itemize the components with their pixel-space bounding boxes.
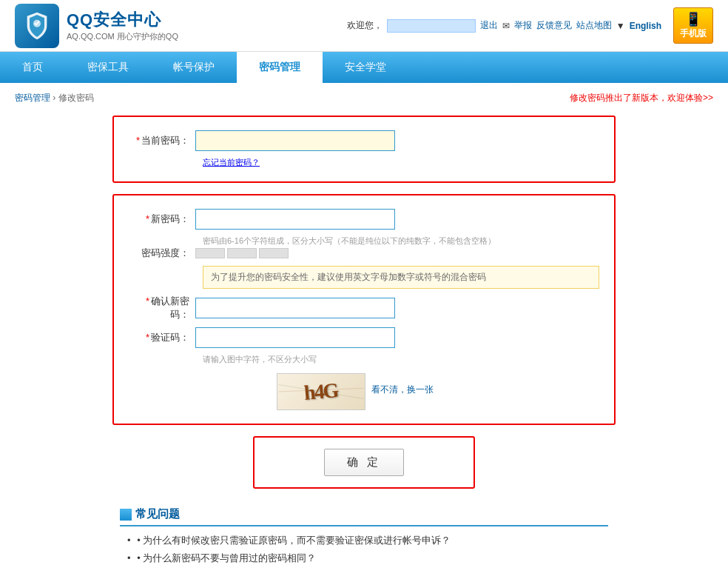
phone-icon: 📱 — [685, 11, 701, 27]
new-password-hint: 密码由6-16个字符组成，区分大小写（不能是纯位以下的纯数字，不能包含空格） — [203, 235, 599, 247]
svg-line-2 — [278, 384, 363, 398]
main-content: 密码管理 › 修改密码 修改密码推出了新版本，欢迎体验>> *当前密码： 忘记当… — [0, 83, 728, 582]
required-marker-4: * — [146, 332, 149, 343]
bullet-icon-2: • — [137, 552, 141, 563]
nav-item-password-management[interactable]: 密码管理 — [237, 52, 323, 83]
submit-button[interactable]: 确 定 — [324, 449, 404, 476]
bullet-icon: • — [137, 535, 141, 546]
svg-line-1 — [278, 388, 363, 392]
logo-shield-icon — [15, 4, 59, 48]
new-password-section: *新密码： 密码由6-16个字符组成，区分大小写（不能是纯位以下的纯数字，不能包… — [112, 194, 616, 425]
nav-item-security-academy[interactable]: 安全学堂 — [323, 52, 408, 83]
breadcrumb-promo-link[interactable]: 修改密码推出了新版本，欢迎体验>> — [570, 93, 713, 103]
captcha-image[interactable]: h4G — [277, 373, 365, 410]
breadcrumb-parent[interactable]: 密码管理 — [15, 93, 50, 103]
required-marker: * — [136, 135, 140, 146]
password-strength-row: 密码强度： — [129, 247, 599, 260]
mobile-version-label: 手机版 — [680, 27, 707, 40]
faq-item-text-1: 为什么有时候改密只需验证原密码，而不需要验证密保或进行帐号申诉？ — [143, 535, 451, 546]
required-marker-2: * — [146, 213, 149, 224]
captcha-refresh-link[interactable]: 看不清，换一张 — [371, 384, 434, 396]
header-right: 欢迎您， 退出 ✉ 举报 反馈意见 站点地图 ▼ English 📱 手机版 — [347, 7, 713, 44]
breadcrumb-current: 修改密码 — [58, 93, 94, 103]
nav-item-account-protection[interactable]: 帐号保护 — [151, 52, 237, 83]
username-bar — [387, 19, 476, 33]
captcha-input[interactable] — [195, 327, 395, 348]
confirm-password-row: *确认新密码： — [129, 295, 599, 321]
current-password-section: *当前密码： 忘记当前密码？ — [112, 116, 616, 183]
header: QQ安全中心 AQ.QQ.COM 用心守护你的QQ 欢迎您， 退出 ✉ 举报 反… — [0, 0, 728, 52]
strength-bar-3 — [259, 248, 289, 258]
nav-item-home[interactable]: 首页 — [0, 52, 65, 83]
logo-area: QQ安全中心 AQ.QQ.COM 用心守护你的QQ — [15, 4, 178, 48]
faq-title: 常见问题 — [120, 507, 608, 526]
faq-item-2: • 为什么新密码不要与曾用过的密码相同？ — [120, 552, 608, 565]
confirm-password-label: *确认新密码： — [129, 295, 195, 321]
logo-title: QQ安全中心 — [67, 9, 178, 31]
forgot-password-link[interactable]: 忘记当前密码？ — [203, 158, 260, 167]
welcome-text: 欢迎您， — [347, 19, 382, 32]
envelope-icon: ✉ — [502, 21, 510, 31]
language-link[interactable]: English — [630, 21, 661, 31]
strength-bar-1 — [195, 248, 225, 258]
sitemap-link[interactable]: 站点地图 — [576, 19, 612, 32]
nav-item-security-tools[interactable]: 密保工具 — [65, 52, 151, 83]
breadcrumb-separator: › — [53, 93, 58, 103]
forgot-password-hint: 忘记当前密码？ — [203, 157, 599, 168]
password-tip: 为了提升您的密码安全性，建议使用英文字母加数字或符号的混合密码 — [203, 266, 599, 289]
feedback-link[interactable]: 反馈意见 — [536, 19, 572, 32]
captcha-label: *验证码： — [129, 331, 195, 344]
captcha-row: *验证码： — [129, 327, 599, 348]
faq-title-text: 常见问题 — [135, 507, 180, 521]
report-link[interactable]: 举报 — [514, 19, 532, 32]
logo-subtitle: AQ.QQ.COM 用心守护你的QQ — [67, 31, 178, 42]
logo-text: QQ安全中心 AQ.QQ.COM 用心守护你的QQ — [67, 9, 178, 42]
current-password-input[interactable] — [195, 130, 395, 151]
current-password-row: *当前密码： — [129, 130, 599, 151]
submit-section: 确 定 — [253, 436, 475, 489]
form-wrapper: *当前密码： 忘记当前密码？ *新密码： 密码由6-16个字符组成，区分大小写（… — [112, 116, 616, 565]
current-password-label: *当前密码： — [129, 134, 195, 147]
logout-link[interactable]: 退出 — [480, 19, 498, 32]
new-password-input[interactable] — [195, 209, 395, 230]
confirm-password-input[interactable] — [195, 298, 395, 318]
mobile-version-button[interactable]: 📱 手机版 — [673, 7, 713, 44]
strength-bar-2 — [227, 248, 257, 258]
captcha-hint: 请输入图中字符，不区分大小写 — [203, 354, 599, 365]
faq-section: 常见问题 • 为什么有时候改密只需验证原密码，而不需要验证密保或进行帐号申诉？ … — [112, 507, 616, 565]
new-password-row: *新密码： — [129, 209, 599, 230]
new-password-label: *新密码： — [129, 213, 195, 226]
strength-label: 密码强度： — [129, 247, 195, 260]
breadcrumb: 密码管理 › 修改密码 修改密码推出了新版本，欢迎体验>> — [15, 92, 713, 104]
faq-item-text-2: 为什么新密码不要与曾用过的密码相同？ — [143, 552, 316, 563]
required-marker-3: * — [146, 295, 149, 307]
navigation-bar: 首页 密保工具 帐号保护 密码管理 安全学堂 — [0, 52, 728, 83]
faq-item-1: • 为什么有时候改密只需验证原密码，而不需要验证密保或进行帐号申诉？ — [120, 534, 608, 547]
strength-bars — [195, 248, 289, 258]
chevron-down-icon: ▼ — [616, 21, 625, 31]
